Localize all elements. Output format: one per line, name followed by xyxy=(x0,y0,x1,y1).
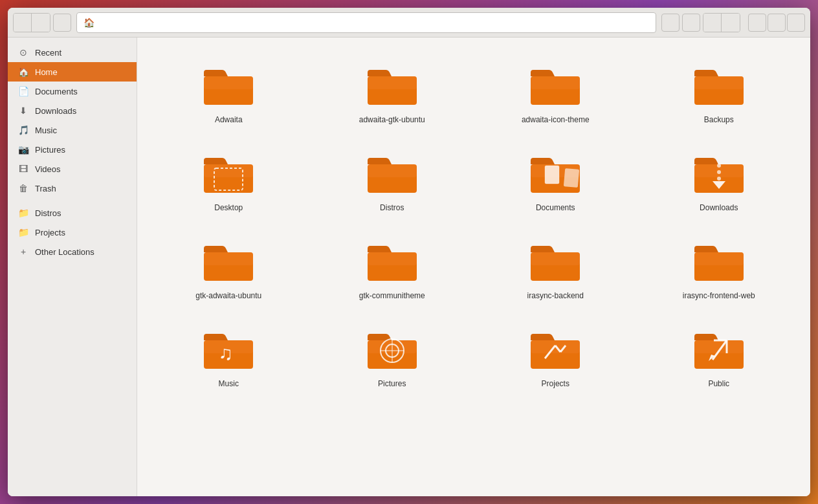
folder-icon-public xyxy=(688,322,750,374)
folder-icon-backups xyxy=(688,58,750,110)
search-button[interactable] xyxy=(682,14,700,32)
folder-icon-irasync-frontend-web xyxy=(688,234,750,286)
nav-button-group xyxy=(13,13,50,32)
folder-icon-gtk-communitheme xyxy=(361,234,423,286)
distros-icon: 📁 xyxy=(18,208,28,218)
pictures-icon: 📷 xyxy=(18,144,28,155)
titlebar-right xyxy=(682,13,805,32)
folder-item-adwaita[interactable]: Adwaita xyxy=(150,50,307,132)
folder-name-adwaita-gtk-ubuntu: adwaita-gtk-ubuntu xyxy=(359,115,425,124)
prev-location-button[interactable] xyxy=(53,14,71,32)
sidebar-label-downloads: Downloads xyxy=(35,106,76,116)
sidebar-label-home: Home xyxy=(35,67,58,77)
folder-name-gtk-communitheme: gtk-communitheme xyxy=(359,291,425,300)
svg-rect-9 xyxy=(204,164,253,177)
folder-icon-irasync-backend xyxy=(524,234,586,286)
main-area: ⊙Recent🏠Home📄Documents⬇Downloads🎵Music📷P… xyxy=(8,38,810,496)
folder-item-music[interactable]: ♫ Music xyxy=(150,314,307,396)
folder-icon-projects xyxy=(524,322,586,374)
folder-item-adwaita-gtk-ubuntu[interactable]: adwaita-gtk-ubuntu xyxy=(314,50,471,132)
folder-item-downloads[interactable]: Downloads xyxy=(641,138,798,220)
svg-rect-27 xyxy=(368,252,417,265)
svg-rect-15 xyxy=(545,166,559,184)
folder-item-irasync-frontend-web[interactable]: irasync-frontend-web xyxy=(641,226,798,308)
sidebar-label-distros: Distros xyxy=(35,208,61,218)
folder-item-projects[interactable]: Projects xyxy=(477,314,634,396)
folder-grid: Adwaita adwaita-gtk-ubuntu adwaita-icon-… xyxy=(150,50,797,396)
folder-icon-documents xyxy=(524,146,586,198)
documents-icon: 📄 xyxy=(18,86,28,96)
folder-icon-desktop xyxy=(197,146,260,198)
folder-icon-pictures xyxy=(361,322,423,374)
sidebar-label-music: Music xyxy=(35,126,57,135)
folder-icon-downloads xyxy=(688,146,750,198)
music-icon: 🎵 xyxy=(18,125,28,135)
folder-name-adwaita-icon-theme: adwaita-icon-theme xyxy=(522,115,590,124)
folder-name-desktop: Desktop xyxy=(214,203,243,212)
folder-name-backups: Backups xyxy=(704,115,734,124)
folder-item-documents[interactable]: Documents xyxy=(477,138,634,220)
folder-item-pictures[interactable]: Pictures xyxy=(314,314,471,396)
sidebar-item-pictures[interactable]: 📷Pictures xyxy=(8,140,137,159)
folder-icon-gtk-adwaita-ubuntu xyxy=(197,234,260,286)
folder-item-public[interactable]: Public xyxy=(641,314,798,396)
sidebar-item-videos[interactable]: 🎞Videos xyxy=(8,159,137,179)
next-location-button[interactable] xyxy=(661,14,680,32)
svg-rect-3 xyxy=(368,76,417,89)
sidebar-label-other-locations: Other Locations xyxy=(35,247,94,257)
sidebar-item-documents[interactable]: 📄Documents xyxy=(8,82,137,101)
sidebar-item-trash[interactable]: 🗑Trash xyxy=(8,179,137,198)
forward-button[interactable] xyxy=(32,14,50,32)
svg-rect-29 xyxy=(531,252,580,265)
folder-item-backups[interactable]: Backups xyxy=(641,50,798,132)
folder-item-gtk-communitheme[interactable]: gtk-communitheme xyxy=(314,226,471,308)
minimize-button[interactable] xyxy=(748,14,766,32)
recent-icon: ⊙ xyxy=(18,47,28,58)
sidebar-item-recent[interactable]: ⊙Recent xyxy=(8,43,137,62)
folder-item-distros[interactable]: Distros xyxy=(314,138,471,220)
svg-point-21 xyxy=(717,170,721,174)
view-toggle-group xyxy=(703,13,740,32)
breadcrumb: 🏠 xyxy=(76,12,656,33)
other-locations-icon: + xyxy=(18,247,28,257)
grid-view-button[interactable] xyxy=(703,14,722,32)
back-button[interactable] xyxy=(14,14,32,32)
titlebar: 🏠 xyxy=(8,8,810,38)
folder-icon-adwaita-icon-theme xyxy=(524,58,586,110)
projects-icon: 📁 xyxy=(18,227,28,237)
maximize-button[interactable] xyxy=(768,14,786,32)
sidebar-label-documents: Documents xyxy=(35,87,78,96)
folder-icon-adwaita xyxy=(197,58,260,110)
folder-name-pictures: Pictures xyxy=(378,379,406,388)
file-manager-window: 🏠 ⊙Recent🏠Home📄Documents⬇Downloads🎵Music… xyxy=(8,8,810,496)
home-icon: 🏠 xyxy=(18,67,28,77)
sidebar-label-pictures: Pictures xyxy=(35,145,65,155)
svg-rect-5 xyxy=(531,76,580,89)
downloads-icon: ⬇ xyxy=(18,105,28,116)
sidebar-item-distros[interactable]: 📁Distros xyxy=(8,203,137,223)
folder-item-irasync-backend[interactable]: irasync-backend xyxy=(477,226,634,308)
sidebar-label-projects: Projects xyxy=(35,228,65,237)
sidebar-label-recent: Recent xyxy=(35,48,61,58)
folder-item-gtk-adwaita-ubuntu[interactable]: gtk-adwaita-ubuntu xyxy=(150,226,307,308)
folder-icon-music: ♫ xyxy=(197,322,260,374)
folder-item-adwaita-icon-theme[interactable]: adwaita-icon-theme xyxy=(477,50,634,132)
sidebar-label-videos: Videos xyxy=(35,164,61,174)
sidebar-item-other-locations[interactable]: +Other Locations xyxy=(8,242,137,261)
sidebar-label-trash: Trash xyxy=(35,184,56,193)
folder-name-public: Public xyxy=(708,379,729,388)
svg-rect-12 xyxy=(368,164,417,177)
folder-name-distros: Distros xyxy=(380,203,404,212)
svg-rect-25 xyxy=(204,252,253,265)
svg-text:♫: ♫ xyxy=(219,342,234,364)
svg-rect-7 xyxy=(694,76,744,89)
list-view-button[interactable] xyxy=(722,14,740,32)
sidebar-item-projects[interactable]: 📁Projects xyxy=(8,223,137,242)
folder-name-projects: Projects xyxy=(542,379,569,388)
videos-icon: 🎞 xyxy=(18,164,28,174)
close-button[interactable] xyxy=(787,14,805,32)
sidebar-item-music[interactable]: 🎵Music xyxy=(8,120,137,140)
folder-item-desktop[interactable]: Desktop xyxy=(150,138,307,220)
sidebar-item-home[interactable]: 🏠Home xyxy=(8,62,137,82)
sidebar-item-downloads[interactable]: ⬇Downloads xyxy=(8,101,137,120)
